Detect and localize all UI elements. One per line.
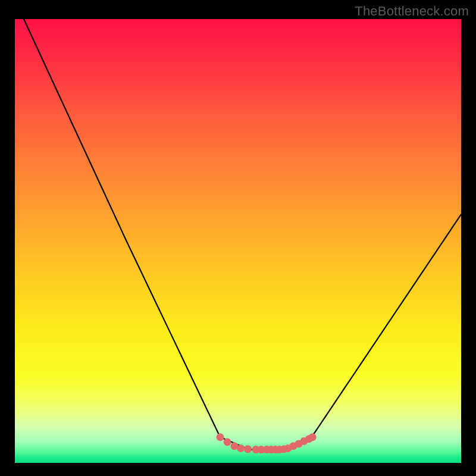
optimal-dot <box>244 445 252 453</box>
optimal-dot <box>237 444 245 452</box>
optimal-dot <box>224 438 231 446</box>
bottleneck-curve <box>24 19 461 450</box>
watermark-text: TheBottleneck.com <box>355 4 469 19</box>
optimal-dot <box>217 433 224 441</box>
optimal-zone <box>217 433 317 453</box>
plot-area <box>15 19 461 463</box>
chart-frame: TheBottleneck.com <box>0 0 476 476</box>
curve-layer <box>15 19 461 463</box>
optimal-dot <box>309 433 317 441</box>
